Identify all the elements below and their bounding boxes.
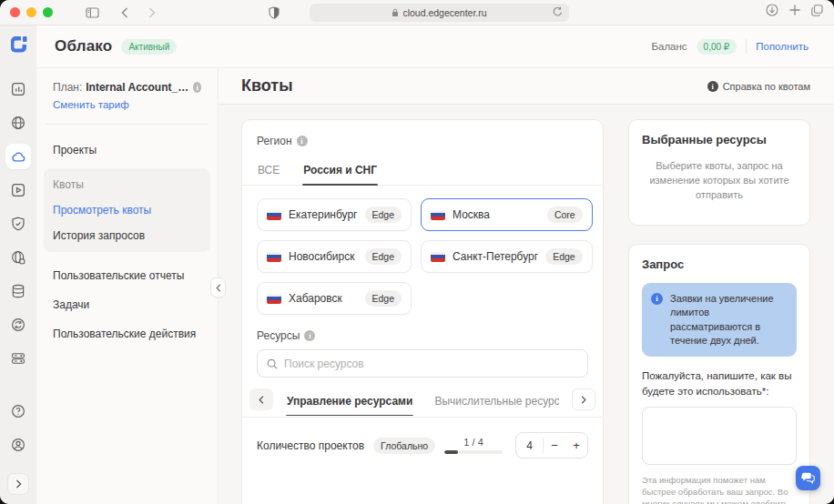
new-tab-icon[interactable] bbox=[789, 5, 800, 15]
region-tab-all[interactable]: ВСЕ bbox=[257, 158, 280, 185]
notice-text: Заявки на увеличение лимитов рассматрива… bbox=[670, 292, 788, 348]
url-text: cloud.edgecenter.ru bbox=[402, 7, 486, 18]
request-title: Запрос bbox=[642, 257, 797, 271]
region-type-badge: Core bbox=[547, 207, 583, 223]
selected-resources-card: Выбранные ресурсы Выберите квоты, запрос… bbox=[628, 119, 810, 226]
search-input[interactable] bbox=[284, 358, 578, 370]
topup-link[interactable]: Пополнить bbox=[756, 41, 809, 52]
request-notice: i Заявки на увеличение лимитов рассматри… bbox=[642, 283, 797, 358]
sidebar-collapse-button[interactable] bbox=[210, 277, 226, 297]
region-label: Регион bbox=[257, 135, 292, 147]
request-card: Запрос i Заявки на увеличение лимитов ра… bbox=[628, 244, 810, 504]
resource-tab-management[interactable]: Управление ресурсами bbox=[286, 389, 413, 416]
change-tariff-link[interactable]: Сменить тариф bbox=[53, 97, 201, 113]
region-card-ekaterinburg[interactable]: Екатеринбург Edge bbox=[257, 198, 412, 231]
sidebar-item-request-history[interactable]: История запросов bbox=[44, 223, 210, 248]
quota-usage: 1 / 4 bbox=[444, 437, 503, 454]
security-shield-icon[interactable] bbox=[5, 211, 31, 237]
tabs-scroll-left-icon[interactable] bbox=[249, 388, 273, 410]
profile-icon[interactable] bbox=[5, 432, 31, 458]
cloud-icon[interactable] bbox=[5, 144, 31, 169]
browser-sidebar-toggle-icon[interactable] bbox=[82, 4, 102, 22]
region-card-novosibirsk[interactable]: Новосибирск Edge bbox=[257, 240, 412, 273]
servers-icon[interactable] bbox=[5, 346, 31, 371]
traffic-lights bbox=[10, 7, 53, 17]
streaming-icon[interactable] bbox=[5, 177, 31, 203]
main-header: Квоты i Справка по квотам bbox=[219, 68, 834, 105]
russia-flag-icon bbox=[431, 252, 445, 262]
zoom-window-button[interactable] bbox=[43, 7, 53, 17]
downloads-icon[interactable] bbox=[766, 4, 778, 16]
resources-info-icon[interactable]: i bbox=[304, 330, 315, 341]
back-icon[interactable] bbox=[115, 4, 135, 22]
quota-usage-label: 1 / 4 bbox=[444, 437, 503, 448]
region-type-badge: Edge bbox=[365, 290, 402, 307]
region-card-khabarovsk[interactable]: Хабаровск Edge bbox=[257, 282, 412, 315]
sidebar-item-view-quotas[interactable]: Просмотреть квоты bbox=[44, 197, 210, 223]
sidebar-item-projects[interactable]: Проекты bbox=[44, 136, 210, 165]
forward-icon[interactable] bbox=[142, 4, 162, 22]
usage-textarea[interactable] bbox=[642, 407, 797, 465]
resource-tabbar: Управление ресурсами Вычислительные ресу… bbox=[242, 388, 603, 418]
lock-icon bbox=[392, 8, 399, 17]
app-title: Облако bbox=[55, 37, 112, 55]
browser-chrome: cloud.edgecenter.ru bbox=[0, 0, 834, 25]
plan-label: План: bbox=[53, 79, 82, 96]
quota-scope-badge: Глобально bbox=[373, 438, 435, 454]
sidebar-item-user-actions[interactable]: Пользовательские действия bbox=[44, 319, 210, 348]
status-badge: Активный bbox=[121, 39, 177, 55]
sidebar-divider bbox=[46, 124, 208, 125]
tab-overview-icon[interactable] bbox=[811, 5, 823, 16]
support-chat-button[interactable] bbox=[796, 466, 820, 490]
increment-button[interactable]: + bbox=[565, 438, 587, 452]
decrement-button[interactable]: − bbox=[544, 438, 565, 452]
balance-label: Баланс bbox=[651, 41, 687, 52]
tabs-scroll-right-icon[interactable] bbox=[572, 388, 595, 410]
cdn-icon[interactable] bbox=[5, 245, 31, 270]
russia-flag-icon bbox=[267, 294, 281, 304]
sidebar-group-title-quotas: Квоты bbox=[44, 172, 210, 197]
analytics-icon[interactable] bbox=[5, 76, 31, 102]
right-panel: Выбранные ресурсы Выберите квоты, запрос… bbox=[628, 119, 810, 504]
page-title: Квоты bbox=[241, 76, 293, 96]
quota-help-link[interactable]: i Справка по квотам bbox=[707, 81, 810, 92]
region-card-moscow[interactable]: Москва Core bbox=[421, 198, 593, 231]
edgecenter-logo[interactable] bbox=[6, 33, 30, 56]
chat-bubbles-icon bbox=[801, 472, 815, 484]
balance-badge: 0,00 ₽ bbox=[697, 39, 737, 55]
resource-tab-compute[interactable]: Вычислительные ресурсы bbox=[433, 389, 559, 416]
region-info-icon[interactable]: i bbox=[297, 136, 308, 146]
region-type-badge: Edge bbox=[545, 248, 583, 265]
reload-icon[interactable] bbox=[553, 6, 563, 17]
database-icon[interactable] bbox=[5, 278, 31, 304]
sidebar-item-user-reports[interactable]: Пользовательские отчеты bbox=[44, 261, 210, 290]
minimize-window-button[interactable] bbox=[26, 7, 36, 17]
search-icon bbox=[267, 358, 278, 369]
sidebar-quota-group: Квоты Просмотреть квоты История запросов bbox=[44, 168, 210, 252]
sync-icon[interactable] bbox=[5, 312, 31, 338]
rail-expand-button[interactable] bbox=[7, 473, 29, 495]
plan-value: Internal Account_RUB_Cl... bbox=[86, 79, 189, 96]
icon-rail bbox=[0, 25, 36, 504]
header-divider bbox=[746, 39, 747, 54]
close-window-button[interactable] bbox=[10, 7, 20, 17]
privacy-shield-icon[interactable] bbox=[264, 4, 284, 22]
plan-info-icon[interactable]: i bbox=[193, 82, 201, 93]
quota-usage-bar bbox=[444, 450, 503, 454]
russia-flag-icon bbox=[267, 210, 281, 220]
region-card-saint-petersburg[interactable]: Санкт-Петербург Edge bbox=[421, 240, 593, 273]
hosting-globe-icon[interactable] bbox=[5, 110, 31, 136]
russia-flag-icon bbox=[267, 252, 281, 262]
quota-value[interactable]: 4 bbox=[516, 439, 543, 452]
region-type-badge: Edge bbox=[365, 248, 402, 265]
address-bar[interactable]: cloud.edgecenter.ru bbox=[310, 4, 569, 22]
sidebar-item-tasks[interactable]: Задачи bbox=[44, 290, 210, 319]
region-tab-russia[interactable]: Россия и СНГ bbox=[302, 158, 378, 185]
usage-textarea-label: Пожалуйста, напишите, как вы будете это … bbox=[642, 368, 797, 398]
region-grid: Екатеринбург Edge Москва Core bbox=[257, 198, 588, 315]
browser-window: cloud.edgecenter.ru bbox=[0, 0, 834, 504]
selected-resources-title: Выбранные ресурсы bbox=[642, 133, 797, 146]
app-header: Облако Активный Баланс 0,00 ₽ Пополнить bbox=[36, 25, 834, 68]
quotas-card: Регион i ВСЕ Россия и СНГ Екатеринбург bbox=[241, 119, 604, 504]
help-icon[interactable] bbox=[5, 398, 31, 424]
